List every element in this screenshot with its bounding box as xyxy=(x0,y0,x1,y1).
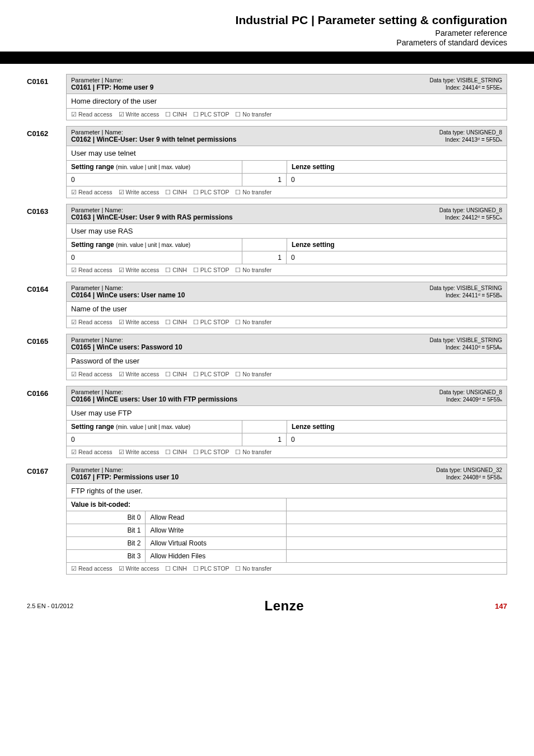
range-max: 1 xyxy=(242,433,287,446)
bit-label: Allow Read xyxy=(146,511,287,524)
data-type: Data type: VISIBLE_STRING xyxy=(430,337,503,344)
flag-read: ☑ Read access xyxy=(71,371,113,377)
flag-notransfer: ☐ No transfer xyxy=(235,565,271,572)
access-flags: ☑ Read access ☑ Write access ☐ CINH ☐ PL… xyxy=(67,264,507,276)
flag-notransfer: ☐ No transfer xyxy=(235,267,271,273)
param-name: C0165 | WinCe users: Password 10 xyxy=(71,343,182,351)
setting-range-label: Setting range xyxy=(71,163,114,171)
lenze-value: 0 xyxy=(287,251,507,264)
data-index: Index: 24410ᵈ = 5F5Aₕ xyxy=(430,344,503,351)
param-block: C0165 Parameter | Name: C0165 | WinCe us… xyxy=(27,334,507,380)
param-code: C0161 xyxy=(27,74,57,120)
flag-plc: ☐ PLC STOP xyxy=(193,319,229,325)
page-subtitle-2: Parameters of standard devices xyxy=(27,38,507,47)
param-name-label: Parameter | Name: xyxy=(71,284,185,291)
param-name: C0161 | FTP: Home user 9 xyxy=(71,83,153,91)
flag-cinh: ☐ CINH xyxy=(165,189,187,195)
range-max: 1 xyxy=(242,174,287,186)
param-description: FTP rights of the user. xyxy=(67,484,507,498)
flag-write: ☑ Write access xyxy=(119,267,160,273)
data-type: Data type: VISIBLE_STRING xyxy=(430,77,503,84)
param-code: C0166 xyxy=(27,386,57,458)
divider-bar xyxy=(0,52,534,64)
flag-plc: ☐ PLC STOP xyxy=(193,111,229,118)
data-type: Data type: UNSIGNED_8 xyxy=(439,207,502,214)
flag-cinh: ☐ CINH xyxy=(165,319,187,325)
param-name: C0167 | FTP: Permissions user 10 xyxy=(71,473,179,481)
range-max: 1 xyxy=(242,251,287,264)
param-header: Parameter | Name: C0161 | FTP: Home user… xyxy=(67,74,507,94)
param-block: C0163 Parameter | Name: C0163 | WinCE-Us… xyxy=(27,204,507,276)
param-name-label: Parameter | Name: xyxy=(71,466,179,473)
param-header: Parameter | Name: C0164 | WinCe users: U… xyxy=(67,282,507,302)
param-name: C0163 | WinCE-User: User 9 with RAS perm… xyxy=(71,213,233,221)
flag-write: ☑ Write access xyxy=(119,449,160,455)
param-code: C0162 xyxy=(27,126,57,198)
range-value-row: 0 1 0 xyxy=(67,251,507,264)
range-min: 0 xyxy=(67,251,242,264)
bit-number: Bit 3 xyxy=(67,550,146,562)
param-description: Name of the user xyxy=(67,302,507,316)
range-value-row: 0 1 0 xyxy=(67,433,507,446)
param-name: C0164 | WinCe users: User name 10 xyxy=(71,291,185,299)
bitcoded-label: Value is bit-coded: xyxy=(67,498,287,511)
flag-cinh: ☐ CINH xyxy=(165,449,187,455)
page-title: Industrial PC | Parameter setting & conf… xyxy=(27,13,507,27)
param-block: C0162 Parameter | Name: C0162 | WinCE-Us… xyxy=(27,126,507,198)
page-subtitle-1: Parameter reference xyxy=(27,29,507,38)
flag-read: ☑ Read access xyxy=(71,189,113,195)
bit-number: Bit 0 xyxy=(67,511,146,524)
range-header-row: Setting range (min. value | unit | max. … xyxy=(67,161,507,174)
param-code: C0163 xyxy=(27,204,57,276)
bit-label: Allow Virtual Roots xyxy=(146,537,287,549)
bitcoded-header: Value is bit-coded: xyxy=(67,498,507,511)
flag-notransfer: ☐ No transfer xyxy=(235,449,271,455)
bit-number: Bit 2 xyxy=(67,537,146,549)
setting-range-sub: (min. value | unit | max. value) xyxy=(116,164,190,170)
param-header: Parameter | Name: C0167 | FTP: Permissio… xyxy=(67,464,507,484)
flag-notransfer: ☐ No transfer xyxy=(235,189,271,195)
param-description: User may use RAS xyxy=(67,224,507,239)
flag-write: ☑ Write access xyxy=(119,319,160,325)
param-block: C0161 Parameter | Name: C0161 | FTP: Hom… xyxy=(27,74,507,120)
data-index: Index: 24411ᵈ = 5F5Bₕ xyxy=(430,292,503,299)
flag-write: ☑ Write access xyxy=(119,189,160,195)
access-flags: ☑ Read access ☑ Write access ☐ CINH ☐ PL… xyxy=(67,446,507,458)
data-type: Data type: UNSIGNED_8 xyxy=(439,129,502,136)
range-header-row: Setting range (min. value | unit | max. … xyxy=(67,421,507,433)
data-type: Data type: UNSIGNED_8 xyxy=(439,389,502,396)
flag-cinh: ☐ CINH xyxy=(165,267,187,273)
setting-range-sub: (min. value | unit | max. value) xyxy=(116,424,190,430)
bit-row: Bit 2 Allow Virtual Roots xyxy=(67,537,507,550)
range-min: 0 xyxy=(67,174,242,186)
lenze-value: 0 xyxy=(287,433,507,446)
range-header-row: Setting range (min. value | unit | max. … xyxy=(67,239,507,251)
param-name-label: Parameter | Name: xyxy=(71,129,236,136)
setting-range-sub: (min. value | unit | max. value) xyxy=(116,242,190,248)
flag-cinh: ☐ CINH xyxy=(165,111,187,118)
flag-write: ☑ Write access xyxy=(119,371,160,377)
access-flags: ☑ Read access ☑ Write access ☐ CINH ☐ PL… xyxy=(67,186,507,198)
flag-read: ☑ Read access xyxy=(71,319,113,325)
access-flags: ☑ Read access ☑ Write access ☐ CINH ☐ PL… xyxy=(67,368,507,380)
lenze-value: 0 xyxy=(287,174,507,186)
flag-read: ☑ Read access xyxy=(71,267,113,273)
param-header: Parameter | Name: C0162 | WinCE-User: Us… xyxy=(67,127,507,146)
setting-range-label: Setting range xyxy=(71,423,114,431)
param-code: C0167 xyxy=(27,464,57,575)
flag-write: ☑ Write access xyxy=(119,565,160,572)
bit-label: Allow Hidden Files xyxy=(146,550,287,562)
param-description: User may use telnet xyxy=(67,146,507,161)
data-index: Index: 24412ᵈ = 5F5Cₕ xyxy=(439,214,502,221)
footer-logo: Lenze xyxy=(264,598,304,614)
flag-notransfer: ☐ No transfer xyxy=(235,319,271,325)
bit-number: Bit 1 xyxy=(67,524,146,536)
flag-read: ☑ Read access xyxy=(71,111,113,118)
param-name: C0166 | WinCE users: User 10 with FTP pe… xyxy=(71,395,237,403)
param-code: C0164 xyxy=(27,282,57,328)
param-description: Password of the user xyxy=(67,354,507,368)
param-block: C0167 Parameter | Name: C0167 | FTP: Per… xyxy=(27,464,507,575)
flag-cinh: ☐ CINH xyxy=(165,371,187,377)
param-name-label: Parameter | Name: xyxy=(71,207,233,213)
bit-row: Bit 1 Allow Write xyxy=(67,524,507,537)
